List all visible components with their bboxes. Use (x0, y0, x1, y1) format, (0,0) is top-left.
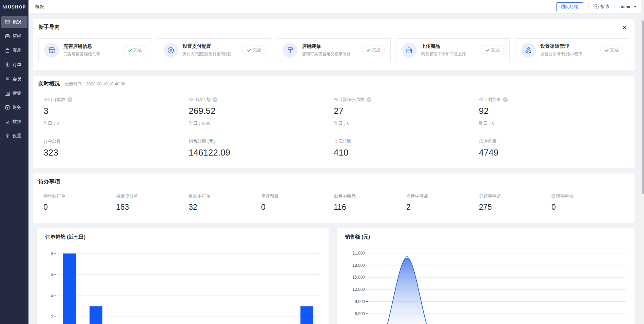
question-icon[interactable]: ? (213, 97, 217, 102)
guide-card[interactable]: 店铺装修 店铺可实现自定义模板装修 完成 (277, 38, 391, 62)
todo-item-label: 提现待审核 (551, 193, 624, 199)
sidebar-item-marketing[interactable]: 营销 (1, 87, 27, 99)
data-point-marker (406, 256, 408, 258)
todo-item-value: 116 (334, 203, 406, 212)
tick-mark (366, 253, 368, 253)
divider (588, 4, 589, 9)
guide-card[interactable]: 完善店铺信息 完善店铺基础信息等 完成 (38, 38, 152, 62)
todo-item-label: 退款中订单 (189, 193, 261, 199)
done-label: 完成 (372, 47, 380, 53)
stat-total-label: 订单总数 (43, 138, 189, 144)
done-badge[interactable]: 完成 (362, 45, 385, 55)
done-badge[interactable]: 完成 (600, 45, 623, 55)
sidebar-item-shop[interactable]: 店铺 (1, 31, 27, 42)
done-badge[interactable]: 完成 (242, 45, 266, 55)
todo-item[interactable]: 退款中订单 32 (189, 193, 261, 212)
guide-panel: 新手导向 ✕ 完善店铺信息 完善店铺基础信息等 完成 设置支付配置 支付方式配置… (33, 19, 635, 70)
settings-icon (5, 133, 10, 139)
topbar: 概况 访问店铺 ? 帮助 admin (28, 0, 644, 14)
sales-chart[interactable]: 3,000 6,000 9,000 12,000 15,000 18,000 2… (368, 253, 626, 324)
question-icon[interactable]: ? (67, 97, 72, 102)
guide-card[interactable]: 设置渠道管理 微信公众号/微信小程序 完成 (515, 38, 629, 62)
sidebar-item-label: 商品 (13, 47, 21, 54)
todo-item-value: 0 (43, 203, 116, 212)
todo-item-label: 分销商申请 (479, 193, 551, 199)
sidebar-item-data[interactable]: 数据 (1, 116, 27, 127)
scrollbar (641, 0, 644, 324)
done-badge[interactable]: 完成 (481, 45, 504, 55)
gridline (56, 274, 320, 275)
todo-item[interactable]: 出售中商品 116 (334, 193, 406, 212)
guide-card-desc: 店铺可实现自定义模板装修 (302, 51, 351, 57)
app-logo[interactable]: NIUSHOP (0, 0, 28, 14)
bar[interactable] (300, 306, 313, 324)
scrollbar-thumb[interactable] (642, 20, 644, 194)
y-tick-label: 6 (51, 272, 53, 277)
todo-item[interactable]: 仓库中商品 2 (406, 193, 479, 212)
sidebar-item-settings[interactable]: 设置 (1, 130, 27, 142)
bar[interactable] (90, 306, 102, 324)
stat-label: 今日销售额 (189, 97, 211, 103)
stat-total-value: 4749 (479, 147, 624, 158)
tick-mark (54, 253, 56, 254)
visit-shop-button[interactable]: 访问店铺 (556, 2, 583, 11)
goods-icon (5, 48, 10, 53)
stat-column: 今日订单数 ? 3 昨日：0 订单总数 323 (43, 97, 189, 158)
gridline (56, 253, 320, 254)
tick-mark (54, 274, 56, 275)
sidebar-item-finance[interactable]: 财务 (1, 102, 27, 113)
yuan-circle-icon (163, 43, 178, 58)
guide-card-title: 店铺装修 (302, 43, 351, 49)
member-icon (5, 76, 10, 82)
orders-chart-panel: 订单趋势 (近七日) 2 4 6 8 (37, 228, 329, 324)
check-icon (128, 48, 132, 53)
todo-item-label: 待发货订单 (116, 193, 189, 199)
todo-item-value: 275 (479, 203, 551, 212)
guide-card[interactable]: 上传商品 商品管理中添加商品上传 完成 (396, 38, 510, 62)
sidebar-item-label: 数据 (13, 119, 21, 125)
user-menu[interactable]: admin (620, 4, 637, 9)
realtime-stats: 今日订单数 ? 3 昨日：0 订单总数 323 今日销售额 ? 269.52 昨… (38, 97, 629, 158)
guide-title: 新手导向 (38, 24, 60, 31)
bar[interactable] (63, 254, 76, 324)
sidebar-item-goods[interactable]: 商品 (1, 45, 27, 56)
y-tick-label: 21,000 (352, 251, 365, 256)
sidebar-item-label: 营销 (13, 90, 21, 96)
todo-item[interactable]: 库存预警 0 (261, 193, 334, 212)
todo-item-label: 仓库中商品 (406, 193, 479, 199)
main-content: 新手导向 ✕ 完善店铺信息 完善店铺基础信息等 完成 设置支付配置 支付方式配置… (28, 14, 644, 324)
charts-row: 订单趋势 (近七日) 2 4 6 8 销售额 (元) 3,000 6,000 9… (37, 228, 635, 324)
stat-total-value: 410 (334, 147, 479, 158)
done-badge[interactable]: 完成 (123, 45, 147, 55)
help-button[interactable]: ? 帮助 (594, 4, 609, 10)
question-icon[interactable]: ? (367, 97, 371, 102)
sidebar-item-label: 店铺 (13, 33, 21, 39)
y-tick-label: 4 (51, 293, 53, 298)
todo-item[interactable]: 待付款订单 0 (43, 193, 116, 212)
todo-item-value: 0 (551, 203, 624, 212)
done-label: 完成 (610, 47, 619, 53)
username: admin (620, 4, 631, 9)
y-tick-label: 9,000 (355, 299, 365, 304)
stat-total-label: 会员总数 (334, 138, 479, 144)
stat-yesterday: 昨日：0 (43, 120, 189, 126)
todo-item[interactable]: 提现待审核 0 (551, 193, 624, 212)
todo-item[interactable]: 待发货订单 163 (116, 193, 189, 212)
finance-icon (5, 105, 10, 110)
todo-item[interactable]: 分销商申请 275 (479, 193, 551, 212)
orders-chart[interactable]: 2 4 6 8 (56, 254, 320, 324)
stat-yesterday: 昨日：0 (479, 120, 624, 126)
guide-card[interactable]: 设置支付配置 支付方式配置(支付宝/微信) 完成 (158, 38, 272, 62)
sidebar-item-member[interactable]: 会员 (1, 73, 27, 85)
stat-column: 今日浏览量 ? 92 昨日：0 总浏览量 4749 (479, 97, 624, 158)
close-icon[interactable]: ✕ (622, 24, 627, 31)
stat-label: 今日浏览量 (479, 97, 501, 103)
question-icon[interactable]: ? (503, 97, 508, 102)
sidebar-item-order[interactable]: 订单 (1, 59, 27, 70)
todo-title: 待办事项 (38, 179, 60, 184)
sales-chart-title: 销售额 (元) (337, 228, 635, 240)
sidebar-item-overview[interactable]: 概况 (1, 16, 27, 28)
topbar-actions: 访问店铺 ? 帮助 admin (556, 2, 644, 11)
sidebar-item-label: 订单 (13, 62, 21, 68)
breadcrumb: 概况 (35, 4, 44, 10)
